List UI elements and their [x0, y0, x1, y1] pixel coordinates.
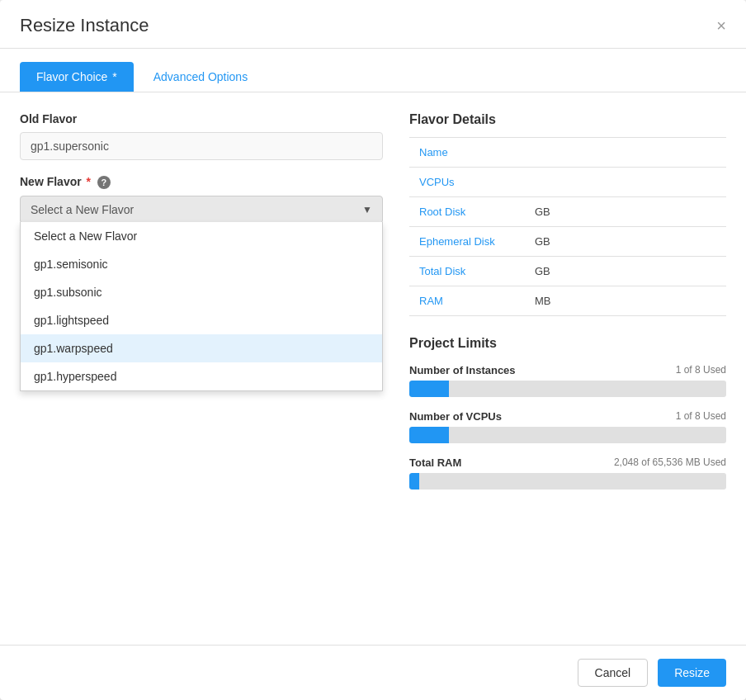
- detail-label: RAM: [409, 286, 525, 316]
- detail-value: GB: [525, 257, 726, 286]
- detail-value: GB: [525, 197, 726, 227]
- table-row: Root Disk GB: [409, 197, 726, 227]
- left-panel: Old Flavor New Flavor * ? Select a New F…: [20, 112, 383, 625]
- new-flavor-wrapper: Select a New Flavor ▼ Select a New Flavo…: [20, 196, 383, 224]
- detail-label: Name: [409, 138, 525, 168]
- progress-bar-fill: [409, 427, 449, 443]
- dropdown-item-semisonic[interactable]: gp1.semisonic: [21, 250, 382, 278]
- modal-body: Old Flavor New Flavor * ? Select a New F…: [0, 92, 746, 645]
- cancel-button[interactable]: Cancel: [578, 659, 649, 687]
- progress-bar-fill: [409, 473, 419, 490]
- detail-value: MB: [525, 286, 726, 316]
- limit-row: Number of VCPUs 1 of 8 Used: [409, 410, 726, 443]
- table-row: VCPUs: [409, 168, 726, 197]
- tab-bar: Flavor Choice * Advanced Options: [0, 49, 746, 92]
- tab-advanced-options[interactable]: Advanced Options: [137, 62, 264, 92]
- flavor-dropdown-menu: Select a New Flavor gp1.semisonic gp1.su…: [20, 222, 383, 391]
- project-limits-container: Number of Instances 1 of 8 Used Number o…: [409, 364, 726, 490]
- limit-usage: 1 of 8 Used: [676, 410, 726, 423]
- table-row: Ephemeral Disk GB: [409, 227, 726, 257]
- resize-button[interactable]: Resize: [658, 659, 726, 687]
- detail-value: [525, 168, 726, 197]
- limit-name: Number of VCPUs: [409, 410, 502, 423]
- detail-label: Total Disk: [409, 257, 525, 286]
- detail-label: Root Disk: [409, 197, 525, 227]
- detail-label: VCPUs: [409, 168, 525, 197]
- limit-usage: 1 of 8 Used: [676, 364, 726, 376]
- limit-header: Number of Instances 1 of 8 Used: [409, 364, 726, 376]
- progress-bar-fill: [409, 381, 449, 397]
- detail-label: Ephemeral Disk: [409, 227, 525, 257]
- table-row: Total Disk GB: [409, 257, 726, 286]
- dropdown-item-warpspeed[interactable]: gp1.warpspeed: [21, 334, 382, 362]
- flavor-details-title: Flavor Details: [409, 112, 726, 127]
- resize-instance-modal: Resize Instance × Flavor Choice * Advanc…: [0, 0, 746, 700]
- selected-flavor-label: Select a New Flavor: [31, 203, 134, 216]
- limit-header: Total RAM 2,048 of 65,536 MB Used: [409, 456, 726, 469]
- project-limits-title: Project Limits: [409, 336, 726, 351]
- progress-bar-bg: [409, 473, 726, 490]
- modal-title: Resize Instance: [20, 15, 149, 36]
- old-flavor-label: Old Flavor: [20, 112, 383, 125]
- progress-bar-bg: [409, 427, 726, 443]
- tab-flavor-choice[interactable]: Flavor Choice *: [20, 62, 134, 92]
- modal-header: Resize Instance ×: [0, 0, 746, 49]
- limit-row: Total RAM 2,048 of 65,536 MB Used: [409, 456, 726, 490]
- right-panel: Flavor Details Name VCPUs Root Disk GB E…: [409, 112, 726, 625]
- detail-value: GB: [525, 227, 726, 257]
- detail-value: [525, 138, 726, 168]
- dropdown-item-hyperspeed[interactable]: gp1.hyperspeed: [21, 362, 382, 390]
- progress-bar-bg: [409, 381, 726, 397]
- limit-name: Number of Instances: [409, 364, 516, 376]
- limit-row: Number of Instances 1 of 8 Used: [409, 364, 726, 397]
- new-flavor-label: New Flavor * ?: [20, 175, 383, 189]
- table-row: RAM MB: [409, 286, 726, 316]
- help-icon[interactable]: ?: [97, 176, 111, 189]
- dropdown-item-default[interactable]: Select a New Flavor: [21, 222, 382, 250]
- close-button[interactable]: ×: [716, 17, 726, 34]
- old-flavor-input: [20, 132, 383, 160]
- limit-header: Number of VCPUs 1 of 8 Used: [409, 410, 726, 423]
- limit-name: Total RAM: [409, 456, 461, 469]
- modal-footer: Cancel Resize: [0, 645, 746, 700]
- flavor-details-table: Name VCPUs Root Disk GB Ephemeral Disk G…: [409, 137, 726, 316]
- dropdown-arrow-icon: ▼: [362, 204, 372, 215]
- table-row: Name: [409, 138, 726, 168]
- dropdown-item-subsonic[interactable]: gp1.subsonic: [21, 278, 382, 306]
- dropdown-item-lightspeed[interactable]: gp1.lightspeed: [21, 306, 382, 334]
- flavor-select-dropdown[interactable]: Select a New Flavor ▼: [20, 196, 383, 224]
- limit-usage: 2,048 of 65,536 MB Used: [614, 456, 726, 469]
